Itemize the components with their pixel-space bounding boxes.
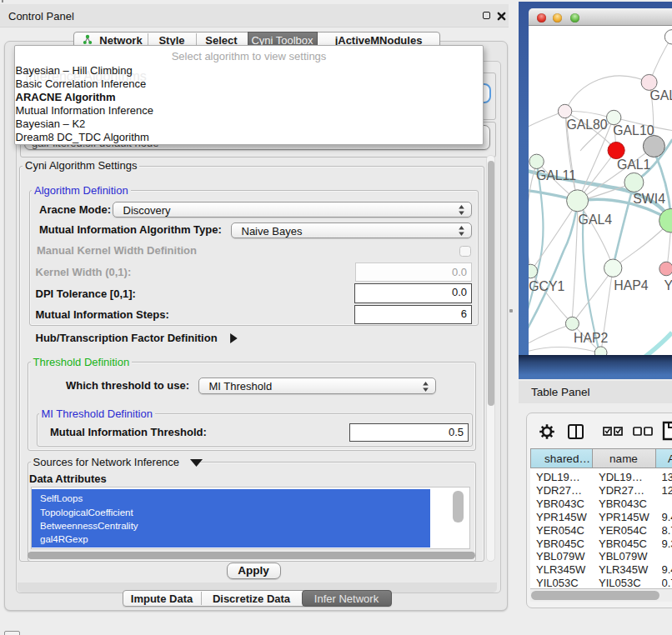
svg-text:HAP4: HAP4 — [614, 278, 648, 292]
svg-text:SWI4: SWI4 — [633, 192, 665, 206]
svg-text:GCY1: GCY1 — [529, 279, 564, 293]
svg-text:GAL80: GAL80 — [566, 118, 607, 132]
svg-text:GAL10: GAL10 — [613, 123, 654, 138]
svg-text:GAL4: GAL4 — [579, 212, 613, 227]
svg-text:GAL1: GAL1 — [617, 158, 651, 172]
svg-text:GAL11: GAL11 — [536, 168, 576, 182]
svg-text:HAP2: HAP2 — [574, 331, 608, 345]
svg-text:GAL2: GAL2 — [650, 88, 672, 102]
svg-text:YEL: YEL — [664, 278, 672, 292]
